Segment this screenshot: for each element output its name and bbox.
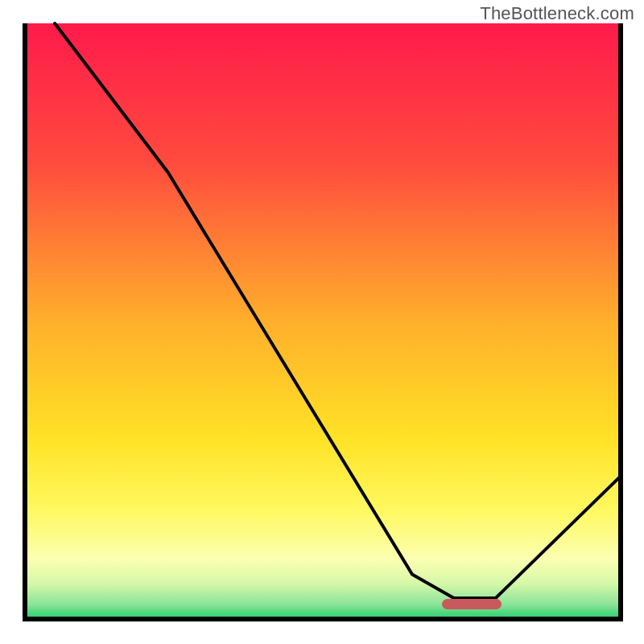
optimal-range-marker xyxy=(442,599,502,609)
attribution-text: TheBottleneck.com xyxy=(480,3,634,24)
plot-background xyxy=(25,23,621,619)
chart-container: { "attribution": "TheBottleneck.com", "c… xyxy=(0,0,644,644)
bottleneck-chart xyxy=(0,0,644,644)
